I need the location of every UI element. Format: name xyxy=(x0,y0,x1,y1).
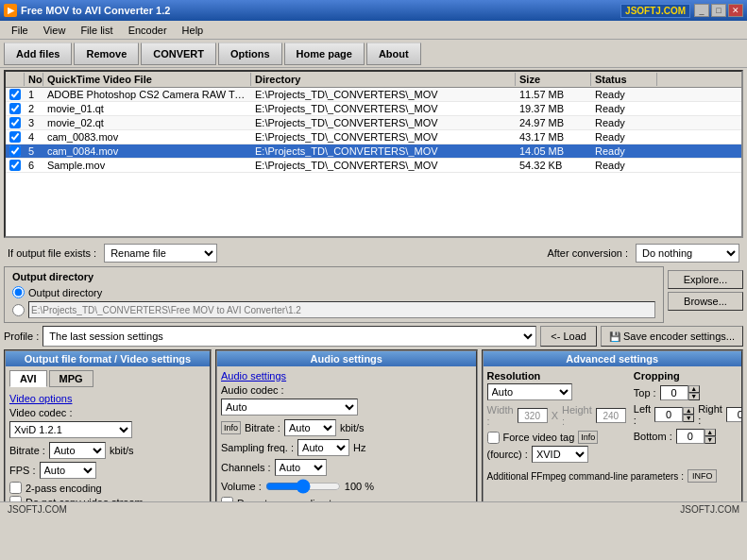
twopass-checkbox[interactable] xyxy=(9,482,22,494)
row-no: 4 xyxy=(25,130,43,144)
output-radio-1[interactable] xyxy=(12,286,25,298)
row-checkbox[interactable] xyxy=(9,145,21,157)
resolution-select[interactable]: Auto xyxy=(487,383,572,400)
output-dir-input[interactable] xyxy=(28,301,655,318)
audio-settings-link[interactable]: Audio settings xyxy=(221,370,472,382)
fourcc-row: (fourcc) : XVID xyxy=(487,446,626,463)
load-button[interactable]: <- Load xyxy=(540,326,597,347)
top-input[interactable] xyxy=(660,385,688,400)
left-spin-up[interactable]: ▲ xyxy=(683,407,694,415)
menu-file-list[interactable]: File list xyxy=(73,23,120,38)
row-name: cam_0083.mov xyxy=(43,130,251,144)
channels-select[interactable]: Auto xyxy=(275,459,327,476)
tab-mpg[interactable]: MPG xyxy=(49,370,93,387)
bottom-row: Bottom : ▲ ▼ xyxy=(634,429,738,444)
ffmpeg-label: Additional FFmpeg command-line parameter… xyxy=(487,471,684,482)
height-input[interactable] xyxy=(596,408,626,423)
output-radio-2[interactable] xyxy=(12,304,25,316)
audio-bitrate-info-btn[interactable]: Info xyxy=(221,421,241,434)
home-page-button[interactable]: Home page xyxy=(284,42,365,65)
table-row[interactable]: 2 movie_01.qt E:\Projects_TD\_CONVERTERS… xyxy=(6,102,741,116)
ffmpeg-info-btn[interactable]: INFO xyxy=(688,469,718,483)
bottom-bar: JSOFTJ.COM JSOFTJ.COM xyxy=(0,501,747,517)
menu-file[interactable]: File xyxy=(4,23,36,38)
col-status: Status xyxy=(591,73,657,86)
row-no: 5 xyxy=(25,144,43,158)
advanced-panel-title: Advanced settings xyxy=(484,351,742,366)
resolution-title: Resolution xyxy=(487,370,626,382)
row-name: movie_02.qt xyxy=(43,116,251,129)
right-input[interactable] xyxy=(726,407,743,422)
after-select[interactable]: Do nothing Open file Shutdown xyxy=(636,244,739,263)
browse-button[interactable]: Browse... xyxy=(668,292,743,311)
maximize-button[interactable]: □ xyxy=(711,4,726,17)
save-encoder-button[interactable]: 💾 Save encoder settings... xyxy=(601,326,743,347)
about-button[interactable]: About xyxy=(366,42,421,65)
remove-button[interactable]: Remove xyxy=(74,42,139,65)
top-spin-up[interactable]: ▲ xyxy=(688,385,700,393)
volume-slider[interactable] xyxy=(265,479,341,494)
row-checkbox[interactable] xyxy=(9,117,21,128)
table-row[interactable]: 3 movie_02.qt E:\Projects_TD\_CONVERTERS… xyxy=(6,116,741,130)
add-files-button[interactable]: Add files xyxy=(4,42,72,65)
video-panel-title: Output file format / Video settings xyxy=(6,351,210,366)
video-codec-select[interactable]: XviD 1.2.1 xyxy=(9,421,132,438)
table-row[interactable]: 1 ADOBE Photoshop CS2 Camera RAW Tutoria… xyxy=(6,88,741,102)
ffmpeg-row: Additional FFmpeg command-line parameter… xyxy=(487,469,739,483)
row-checkbox[interactable] xyxy=(9,160,21,171)
menu-help[interactable]: Help xyxy=(175,23,212,38)
right-label: Right : xyxy=(698,403,722,426)
left-spin-down[interactable]: ▼ xyxy=(683,415,694,422)
row-status: Ready xyxy=(591,116,657,129)
video-panel: Output file format / Video settings AVI … xyxy=(4,349,212,517)
convert-button[interactable]: CONVERT xyxy=(141,42,216,65)
row-checkbox-cell xyxy=(6,130,25,144)
advanced-top: Resolution Auto Width : X Height : Force… xyxy=(487,370,739,466)
row-checkbox[interactable] xyxy=(9,89,21,100)
tab-avi[interactable]: AVI xyxy=(9,370,47,387)
profile-select[interactable]: The last session settings xyxy=(42,326,536,347)
bitrate-select[interactable]: Auto xyxy=(49,442,106,459)
menu-encoder[interactable]: Encoder xyxy=(121,23,175,38)
row-dir: E:\Projects_TD\_CONVERTERS\_MOV xyxy=(251,88,516,101)
row-dir: E:\Projects_TD\_CONVERTERS\_MOV xyxy=(251,144,516,158)
sampling-select[interactable]: Auto xyxy=(297,439,349,456)
if-exists-select[interactable]: Rename file Overwrite Skip xyxy=(104,244,217,263)
table-row[interactable]: 6 Sample.mov E:\Projects_TD\_CONVERTERS\… xyxy=(6,159,741,173)
bitrate-unit: kbit/s xyxy=(110,445,134,456)
table-row[interactable]: 4 cam_0083.mov E:\Projects_TD\_CONVERTER… xyxy=(6,130,741,144)
lr-row: Left : ▲ ▼ Right : ▲ xyxy=(634,403,738,426)
row-checkbox[interactable] xyxy=(9,103,21,114)
left-input[interactable] xyxy=(654,407,683,422)
audio-bitrate-select[interactable]: Auto xyxy=(284,419,336,436)
file-list-container: No QuickTime Video File Directory Size S… xyxy=(4,70,743,238)
row-checkbox[interactable] xyxy=(9,131,21,143)
table-row[interactable]: 5 cam_0084.mov E:\Projects_TD\_CONVERTER… xyxy=(6,144,741,159)
bottom-spin-up[interactable]: ▲ xyxy=(705,429,716,436)
fps-select[interactable]: Auto xyxy=(40,462,96,479)
explore-button[interactable]: Explore... xyxy=(668,270,743,289)
output-dir-box: Output directory Output directory xyxy=(4,266,664,323)
save-encoder-label: Save encoder settings... xyxy=(623,331,735,342)
row-checkbox-cell xyxy=(6,159,25,172)
options-button[interactable]: Options xyxy=(218,42,282,65)
video-options-link[interactable]: Video options xyxy=(9,393,206,404)
bottom-spin-down[interactable]: ▼ xyxy=(705,436,716,444)
audio-codec-select[interactable]: Auto xyxy=(221,399,358,416)
x-separator: X xyxy=(552,410,558,421)
bottom-input[interactable] xyxy=(676,429,705,444)
format-tabs: AVI MPG xyxy=(9,370,206,387)
file-list-header: No QuickTime Video File Directory Size S… xyxy=(6,72,741,88)
menu-view[interactable]: View xyxy=(36,23,74,38)
width-input[interactable] xyxy=(518,408,548,423)
output-radio-row1: Output directory xyxy=(12,286,655,298)
force-tag-checkbox[interactable] xyxy=(487,432,500,444)
minimize-button[interactable]: _ xyxy=(694,4,709,17)
top-spin-down[interactable]: ▼ xyxy=(688,393,700,400)
fourcc-select[interactable]: XVID xyxy=(532,446,588,463)
jsoftj-logo-title: JSOFTJ.COM xyxy=(620,4,690,18)
force-tag-info-btn[interactable]: Info xyxy=(578,431,598,444)
close-button[interactable]: ✕ xyxy=(728,4,743,17)
right-spinbox: ▲ ▼ xyxy=(726,407,743,422)
row-name: cam_0084.mov xyxy=(43,144,251,158)
